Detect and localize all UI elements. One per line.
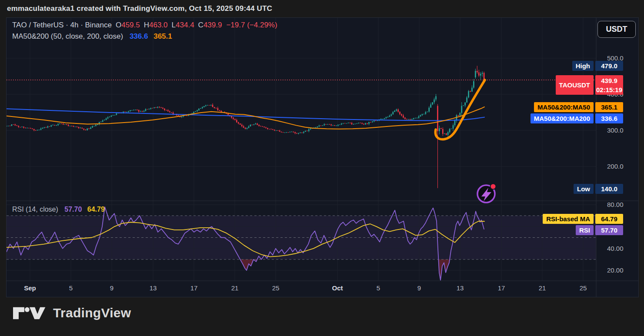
low-badge-label: Low	[574, 184, 594, 194]
high-badge-value: 479.0	[595, 61, 623, 71]
ohlc-value-H: 463.0	[149, 21, 168, 29]
last-price-badge: TAOUSDT439.902:15:19	[7, 75, 638, 95]
price-axis-label-80.00: 80.00	[607, 201, 624, 208]
time-axis-label-Oct: Oct	[332, 284, 343, 292]
rsi-badge-value: 57.70	[595, 225, 623, 235]
rsi-legend-row: RSI (14, close) 57.70 64.79	[12, 206, 105, 213]
time-axis-label-5: 5	[69, 284, 73, 292]
rsi-ma-badge: RSI-based MA64.79	[7, 214, 638, 224]
chart-plot-area[interactable]	[7, 18, 638, 297]
tradingview-snapshot-page: emmaculatearaka1 created with TradingVie…	[0, 0, 644, 336]
price-axis-label-200.0: 200.0	[607, 163, 624, 170]
symbol-legend-row: TAO / TetherUS · 4h · BinanceO459.5H463.…	[12, 21, 277, 30]
high-badge-label: High	[572, 61, 594, 71]
symbol-title[interactable]: TAO / TetherUS · 4h · Binance	[12, 21, 112, 29]
ma200-badge-value: 336.6	[595, 113, 623, 123]
time-axis-label-25: 25	[580, 284, 587, 292]
ma-legend-row: MA50&200 (50, close, 200, close) 336.6 3…	[12, 32, 172, 41]
time-axis-label-21: 21	[539, 284, 546, 292]
rsi-indicator-title[interactable]: RSI (14, close)	[12, 206, 58, 213]
rsi-ma-badge-label: RSI-based MA	[543, 214, 594, 224]
rsi-legend-value: 57.70	[64, 206, 82, 213]
currency-toggle-button[interactable]: USDT	[597, 21, 636, 38]
ma200-badge: MA50&200:MA200336.6	[7, 113, 638, 123]
low-badge: Low140.0	[7, 184, 638, 194]
change-value: −19.7 (−4.29%)	[226, 21, 277, 29]
ohlc-letter-L: L	[172, 21, 176, 29]
ohlc-letter-C: C	[198, 21, 204, 29]
rsi-ma-legend-value: 64.79	[87, 206, 105, 213]
tradingview-logo-icon	[13, 306, 46, 320]
low-badge-value: 140.0	[595, 184, 623, 194]
ohlc-value-O: 459.5	[121, 21, 140, 29]
time-axis-label-17: 17	[190, 284, 198, 292]
tradingview-logo[interactable]: TradingView	[13, 306, 131, 320]
ohlc-letter-H: H	[144, 21, 149, 29]
ma50-badge-value: 365.1	[595, 102, 623, 112]
ohlc-value-L: 434.4	[176, 21, 194, 29]
ma50-legend-value: 365.1	[153, 32, 172, 40]
rsi-badge: RSI57.70	[7, 225, 638, 235]
tradingview-logo-text: TradingView	[53, 306, 131, 320]
ohlc-letter-O: O	[116, 21, 121, 29]
time-axis-label-Sep: Sep	[24, 284, 36, 292]
time-axis-label-13: 13	[150, 284, 157, 292]
high-badge: High479.0	[7, 61, 638, 71]
last-price-badge-label: TAOUSDT	[556, 75, 594, 95]
price-axis-label-20.00: 20.00	[607, 266, 624, 274]
time-axis-label-17: 17	[498, 284, 505, 292]
time-axis-label-9: 9	[110, 284, 113, 292]
time-axis-label-25: 25	[272, 284, 280, 292]
chart-widget: TAO / TetherUS · 4h · BinanceO459.5H463.…	[6, 17, 639, 297]
time-axis-label-13: 13	[457, 284, 464, 292]
time-axis-label-5: 5	[377, 284, 380, 292]
ma-indicator-title[interactable]: MA50&200 (50, close, 200, close)	[12, 32, 123, 40]
price-axis-label-300.0: 300.0	[607, 126, 624, 134]
last-price-badge-value: 439.902:15:19	[595, 75, 623, 95]
ma200-legend-value: 336.6	[130, 32, 148, 40]
ma50-badge-label: MA50&200:MA50	[534, 102, 594, 112]
ohlc-value-C: 439.9	[204, 21, 222, 29]
rsi-ma-badge-value: 64.79	[595, 214, 623, 224]
time-axis-label-21: 21	[231, 284, 239, 292]
time-axis-label-9: 9	[417, 284, 421, 292]
attribution-text: emmaculatearaka1 created with TradingVie…	[7, 4, 272, 13]
price-axis-label-40.00: 40.00	[607, 245, 624, 252]
ma50-badge: MA50&200:MA50365.1	[7, 102, 638, 112]
ma200-badge-label: MA50&200:MA200	[531, 113, 594, 123]
rsi-badge-label: RSI	[576, 225, 594, 235]
